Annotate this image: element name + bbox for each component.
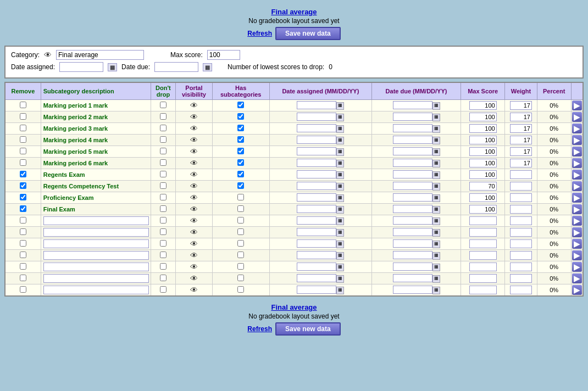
remove-checkbox[interactable] (20, 148, 26, 154)
row-date-due-input[interactable] (393, 251, 432, 259)
row-date-due-cal-icon[interactable]: ▦ (432, 137, 440, 144)
row-date-due-input[interactable] (393, 136, 432, 144)
row-max-score-input[interactable] (469, 262, 497, 271)
row-weight-input[interactable] (510, 170, 532, 179)
row-date-assigned-cal-icon[interactable]: ▦ (336, 241, 344, 248)
row-date-assigned-cal-icon[interactable]: ▦ (336, 229, 344, 237)
remove-checkbox[interactable] (20, 194, 26, 200)
row-date-due-input[interactable] (393, 147, 432, 155)
desc-input[interactable] (43, 239, 149, 248)
row-max-score-input[interactable] (469, 124, 497, 133)
date-assigned-input[interactable] (59, 62, 103, 72)
row-date-assigned-cal-icon[interactable]: ▦ (336, 183, 344, 191)
dont-drop-checkbox[interactable] (160, 148, 167, 154)
date-due-input[interactable] (154, 62, 198, 72)
desc-input[interactable] (43, 262, 149, 271)
row-max-score-input[interactable] (469, 274, 497, 283)
remove-checkbox[interactable] (20, 263, 26, 270)
row-arrow-button[interactable]: ▶ (572, 100, 582, 110)
row-max-score-input[interactable] (469, 170, 497, 179)
row-weight-input[interactable] (510, 113, 532, 121)
row-date-due-input[interactable] (393, 274, 432, 282)
row-date-assigned-input[interactable] (297, 113, 336, 121)
row-date-assigned-cal-icon[interactable]: ▦ (336, 252, 344, 260)
row-max-score-input[interactable] (469, 228, 497, 237)
row-arrow-button[interactable]: ▶ (572, 170, 582, 180)
has-sub-checkbox[interactable] (237, 286, 244, 293)
row-date-due-input[interactable] (393, 239, 432, 248)
row-date-due-cal-icon[interactable]: ▦ (432, 160, 440, 167)
has-sub-checkbox[interactable] (237, 275, 244, 281)
has-sub-checkbox[interactable] (237, 136, 244, 143)
row-max-score-input[interactable] (469, 159, 497, 167)
dont-drop-checkbox[interactable] (160, 275, 167, 281)
has-sub-checkbox[interactable] (237, 159, 244, 166)
row-arrow-button[interactable]: ▶ (572, 147, 582, 157)
row-date-due-input[interactable] (393, 124, 432, 132)
remove-checkbox[interactable] (20, 205, 26, 212)
row-max-score-input[interactable] (469, 239, 497, 248)
row-arrow-button[interactable]: ▶ (572, 239, 582, 249)
row-weight-input[interactable] (510, 182, 532, 191)
date-assigned-cal-button[interactable]: ▦ (108, 63, 117, 71)
row-date-due-input[interactable] (393, 205, 432, 213)
row-date-due-cal-icon[interactable]: ▦ (432, 229, 440, 237)
row-date-due-input[interactable] (393, 170, 432, 178)
desc-input[interactable] (43, 216, 149, 225)
has-sub-checkbox[interactable] (237, 205, 244, 212)
row-date-due-cal-icon[interactable]: ▦ (432, 125, 440, 133)
row-date-assigned-input[interactable] (297, 251, 336, 259)
row-weight-input[interactable] (510, 216, 532, 225)
row-arrow-button[interactable]: ▶ (572, 262, 582, 272)
row-date-assigned-input[interactable] (297, 182, 336, 190)
row-date-assigned-input[interactable] (297, 274, 336, 282)
row-max-score-input[interactable] (469, 147, 497, 156)
dont-drop-checkbox[interactable] (160, 159, 167, 166)
remove-checkbox[interactable] (20, 252, 26, 258)
remove-checkbox[interactable] (20, 286, 26, 293)
row-date-assigned-cal-icon[interactable]: ▦ (336, 206, 344, 214)
row-max-score-input[interactable] (469, 193, 497, 202)
row-max-score-input[interactable] (469, 216, 497, 225)
row-max-score-input[interactable] (469, 136, 497, 144)
has-sub-checkbox[interactable] (237, 102, 244, 108)
row-date-due-cal-icon[interactable]: ▦ (432, 217, 440, 225)
remove-checkbox[interactable] (20, 136, 26, 143)
row-weight-input[interactable] (510, 251, 532, 260)
dont-drop-checkbox[interactable] (160, 217, 167, 224)
bottom-title-link[interactable]: Final average (271, 303, 317, 311)
row-date-due-input[interactable] (393, 113, 432, 121)
row-weight-input[interactable] (510, 101, 532, 110)
row-date-assigned-input[interactable] (297, 159, 336, 167)
row-weight-input[interactable] (510, 286, 532, 294)
top-title-link[interactable]: Final average (271, 8, 317, 16)
dont-drop-checkbox[interactable] (160, 205, 167, 212)
row-date-assigned-input[interactable] (297, 136, 336, 144)
row-date-assigned-cal-icon[interactable]: ▦ (336, 194, 344, 202)
row-date-assigned-cal-icon[interactable]: ▦ (336, 102, 344, 110)
row-date-due-input[interactable] (393, 193, 432, 202)
row-arrow-button[interactable]: ▶ (572, 193, 582, 203)
remove-checkbox[interactable] (20, 217, 26, 224)
row-date-assigned-input[interactable] (297, 170, 336, 178)
row-weight-input[interactable] (510, 147, 532, 156)
row-date-assigned-cal-icon[interactable]: ▦ (336, 171, 344, 179)
category-input[interactable] (56, 50, 144, 60)
row-arrow-button[interactable]: ▶ (572, 135, 582, 145)
max-score-input[interactable] (207, 50, 240, 60)
row-date-assigned-input[interactable] (297, 262, 336, 271)
bottom-save-button[interactable]: Save new data (275, 322, 341, 336)
has-sub-checkbox[interactable] (237, 148, 244, 154)
row-arrow-button[interactable]: ▶ (572, 273, 582, 283)
row-weight-input[interactable] (510, 124, 532, 133)
row-date-assigned-input[interactable] (297, 193, 336, 202)
desc-input[interactable] (43, 228, 149, 237)
row-date-due-input[interactable] (393, 159, 432, 167)
row-date-assigned-input[interactable] (297, 101, 336, 109)
row-date-due-cal-icon[interactable]: ▦ (432, 183, 440, 191)
dont-drop-checkbox[interactable] (160, 136, 167, 143)
row-arrow-button[interactable]: ▶ (572, 181, 582, 191)
remove-checkbox[interactable] (20, 159, 26, 166)
remove-checkbox[interactable] (20, 125, 26, 131)
row-date-assigned-cal-icon[interactable]: ▦ (336, 148, 344, 156)
